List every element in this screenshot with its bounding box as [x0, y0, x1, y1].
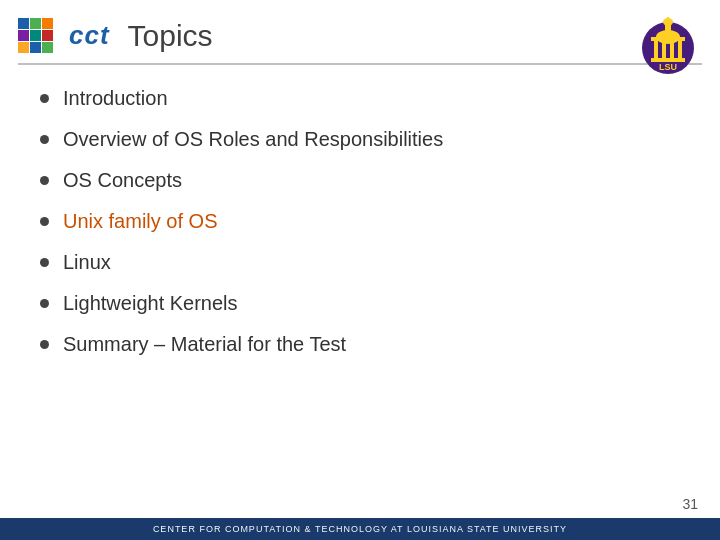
bullet-icon	[40, 176, 49, 185]
svg-text:LSU: LSU	[659, 62, 677, 72]
cct-logo-text: cct	[69, 20, 110, 51]
list-item: OS Concepts	[40, 169, 680, 192]
list-item-text: Introduction	[63, 87, 168, 110]
list-item-highlight: Unix family of OS	[40, 210, 680, 233]
bullet-icon	[40, 340, 49, 349]
list-item-text: Overview of OS Roles and Responsibilitie…	[63, 128, 443, 151]
list-item: Summary – Material for the Test	[40, 333, 680, 356]
logo-sq-5	[30, 30, 41, 41]
page-title: Topics	[128, 19, 213, 53]
page-number: 31	[682, 496, 698, 512]
svg-rect-1	[654, 40, 658, 58]
footer-bar: Center for Computation & Technology at L…	[0, 518, 720, 540]
list-item: Lightweight Kernels	[40, 292, 680, 315]
slide-header: cct Topics	[0, 0, 720, 63]
logo-sq-4	[18, 30, 29, 41]
logo-sq-8	[30, 42, 41, 53]
list-item: Introduction	[40, 87, 680, 110]
footer-text: Center for Computation & Technology at L…	[153, 524, 567, 534]
bullet-icon	[40, 258, 49, 267]
bullet-list: Introduction Overview of OS Roles and Re…	[40, 87, 680, 356]
bullet-icon	[40, 217, 49, 226]
logo-sq-9	[42, 42, 53, 53]
bullet-icon	[40, 135, 49, 144]
logo-sq-3	[42, 18, 53, 29]
list-item: Overview of OS Roles and Responsibilitie…	[40, 128, 680, 151]
logo-sq-6	[42, 30, 53, 41]
bullet-icon	[40, 299, 49, 308]
lsu-logo: LSU	[634, 10, 702, 78]
cct-logo-grid	[18, 18, 53, 53]
svg-rect-4	[678, 40, 682, 58]
svg-rect-10	[667, 17, 669, 23]
list-item-text: Summary – Material for the Test	[63, 333, 346, 356]
logo-sq-7	[18, 42, 29, 53]
list-item-text: Lightweight Kernels	[63, 292, 238, 315]
logo-sq-1	[18, 18, 29, 29]
list-item-text: Linux	[63, 251, 111, 274]
slide-content: Introduction Overview of OS Roles and Re…	[0, 65, 720, 366]
list-item-text: OS Concepts	[63, 169, 182, 192]
list-item-text-highlight: Unix family of OS	[63, 210, 217, 233]
list-item: Linux	[40, 251, 680, 274]
logo-sq-2	[30, 18, 41, 29]
bullet-icon	[40, 94, 49, 103]
